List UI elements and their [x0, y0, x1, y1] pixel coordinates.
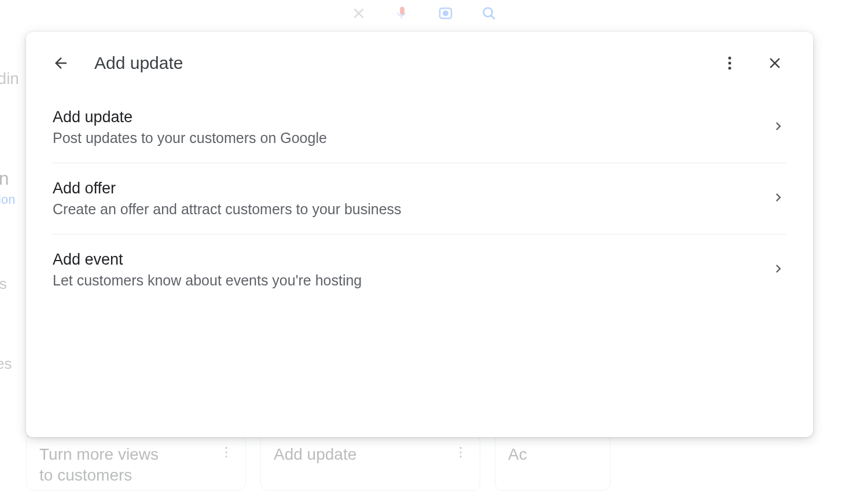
- chevron-right-icon: [770, 261, 786, 279]
- option-title: Add event: [53, 251, 770, 269]
- modal-header-actions: [716, 49, 789, 77]
- svg-point-4: [729, 62, 731, 65]
- option-title: Add offer: [53, 179, 770, 197]
- more-vert-icon: [721, 54, 738, 72]
- close-icon: [766, 54, 784, 72]
- option-add-offer[interactable]: Add offer Create an offer and attract cu…: [53, 163, 786, 234]
- modal-scrim: Add update Add update Post updates to yo…: [0, 0, 868, 491]
- back-button[interactable]: [47, 49, 75, 77]
- option-text: Add offer Create an offer and attract cu…: [53, 179, 770, 218]
- option-add-update[interactable]: Add update Post updates to your customer…: [53, 92, 786, 163]
- modal-header: Add update: [26, 34, 813, 92]
- option-text: Add event Let customers know about event…: [53, 251, 770, 289]
- arrow-back-icon: [52, 54, 69, 72]
- add-update-modal: Add update Add update Post updates to yo…: [26, 32, 813, 437]
- svg-point-3: [729, 57, 731, 60]
- more-menu-button[interactable]: [716, 49, 744, 77]
- option-desc: Create an offer and attract customers to…: [53, 201, 770, 218]
- close-button[interactable]: [761, 49, 789, 77]
- option-text: Add update Post updates to your customer…: [53, 108, 770, 146]
- options-list: Add update Post updates to your customer…: [26, 92, 813, 305]
- option-title: Add update: [53, 108, 770, 126]
- chevron-right-icon: [770, 118, 786, 137]
- option-desc: Post updates to your customers on Google: [53, 130, 770, 146]
- option-desc: Let customers know about events you're h…: [53, 272, 770, 289]
- svg-point-5: [729, 67, 731, 69]
- option-add-event[interactable]: Add event Let customers know about event…: [53, 234, 786, 305]
- modal-title: Add update: [94, 53, 716, 73]
- chevron-right-icon: [770, 189, 786, 208]
